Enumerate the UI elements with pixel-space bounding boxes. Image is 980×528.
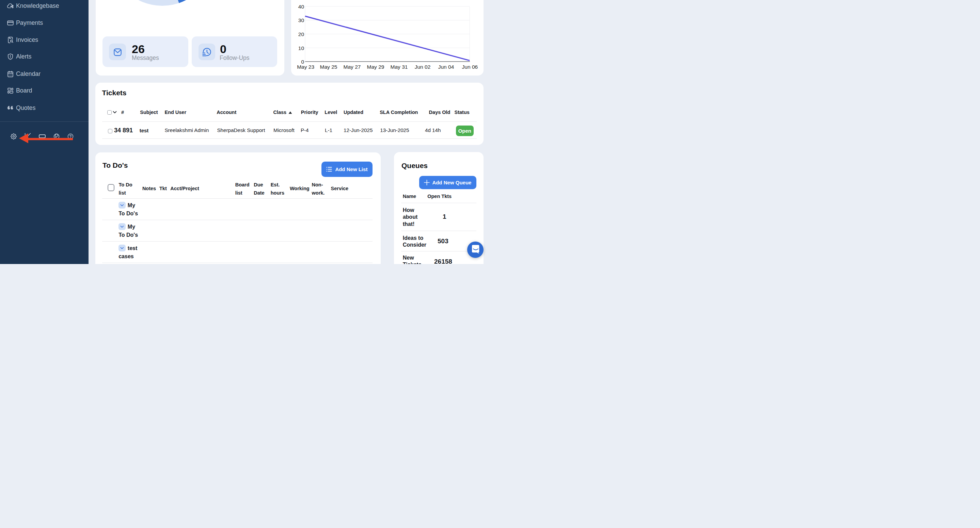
svg-text:10: 10 xyxy=(298,45,304,51)
svg-text:May 29: May 29 xyxy=(367,64,385,70)
svg-text:Jun 06: Jun 06 xyxy=(462,64,478,70)
svg-text:Jun 04: Jun 04 xyxy=(438,64,454,70)
svg-text:May 23: May 23 xyxy=(297,64,315,70)
svg-text:40: 40 xyxy=(298,4,304,10)
svg-text:May 27: May 27 xyxy=(344,64,361,70)
svg-text:May 25: May 25 xyxy=(320,64,337,70)
svg-text:20: 20 xyxy=(298,31,304,37)
svg-text:May 31: May 31 xyxy=(391,64,408,70)
svg-text:30: 30 xyxy=(298,17,304,23)
svg-text:Jun 02: Jun 02 xyxy=(415,64,431,70)
